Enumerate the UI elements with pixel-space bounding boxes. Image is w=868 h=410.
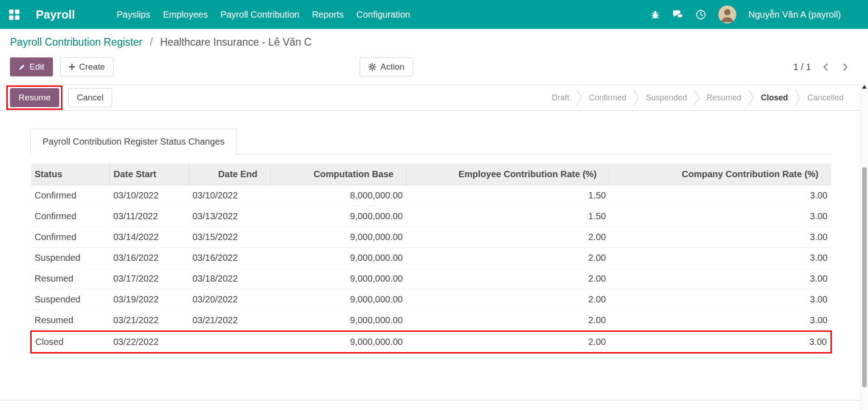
- table-row[interactable]: Confirmed03/11/202203/13/20229,000,000.0…: [31, 206, 831, 227]
- menu-item[interactable]: Employees: [157, 6, 214, 24]
- messages-icon[interactable]: [672, 9, 683, 20]
- status-pipeline-item[interactable]: Closed: [754, 89, 801, 107]
- status-pipeline-label: Confirmed: [583, 93, 633, 103]
- create-button[interactable]: Create: [60, 57, 114, 76]
- menu-item[interactable]: Payslips: [110, 6, 157, 24]
- column-header[interactable]: Employee Contribution Rate (%): [407, 164, 610, 185]
- vertical-scrollbar[interactable]: [860, 83, 868, 410]
- breadcrumb-parent-link[interactable]: Payroll Contribution Register: [10, 36, 142, 48]
- table-cell: 03/16/2022: [189, 248, 270, 269]
- table-cell: 2.00: [407, 269, 610, 289]
- form-statusbar: Resume Cancel Draft Confirmed Suspended …: [0, 85, 868, 111]
- table-cell: Suspended: [31, 289, 110, 310]
- chevron-left-icon: [823, 62, 829, 72]
- control-panel: Edit Create Action 1 / 1: [0, 52, 868, 85]
- table-cell: 8,000,000.00: [270, 185, 407, 206]
- table-row[interactable]: Closed03/22/20229,000,000.002.003.00: [31, 331, 831, 353]
- status-pipeline-label: Resumed: [700, 93, 748, 103]
- table-cell: 03/14/2022: [110, 227, 189, 248]
- user-name[interactable]: Nguyễn Văn A (payroll): [748, 9, 841, 20]
- table-cell: 3.00: [610, 206, 831, 227]
- app-brand[interactable]: Payroll: [36, 8, 75, 22]
- form-sheet: Payroll Contribution Register Status Cha…: [0, 111, 868, 358]
- table-header-row: StatusDate StartDate EndComputation Base…: [31, 164, 831, 185]
- create-button-label: Create: [79, 62, 105, 72]
- pager-next-button[interactable]: [840, 61, 850, 74]
- table-cell: 03/18/2022: [189, 269, 270, 289]
- table-row[interactable]: Suspended03/19/202203/20/20229,000,000.0…: [31, 289, 831, 310]
- table-cell: 3.00: [610, 269, 831, 289]
- tab-status-changes[interactable]: Payroll Contribution Register Status Cha…: [30, 129, 237, 155]
- column-header[interactable]: Company Contribution Rate (%): [610, 164, 831, 185]
- status-changes-table: StatusDate StartDate EndComputation Base…: [30, 164, 830, 358]
- table-cell: 3.00: [610, 227, 831, 248]
- pager: 1 / 1: [793, 61, 850, 74]
- table-cell: 03/11/2022: [110, 206, 189, 227]
- chevron-separator-icon: [693, 89, 700, 107]
- table-cell: Resumed: [31, 269, 110, 289]
- status-pipeline-item[interactable]: Cancelled: [801, 93, 850, 103]
- status-pipeline-item[interactable]: Confirmed: [583, 89, 640, 107]
- table-cell: 3.00: [610, 289, 831, 310]
- table-cell: 2.00: [407, 248, 610, 269]
- status-pipeline-label: Cancelled: [801, 93, 850, 103]
- chevron-separator-icon: [576, 89, 583, 107]
- table-cell: 9,000,000.00: [270, 310, 407, 331]
- menu-item[interactable]: Reports: [306, 6, 350, 24]
- table-cell: 03/21/2022: [110, 310, 189, 331]
- table-cell: Confirmed: [31, 206, 110, 227]
- scrollbar-thumb[interactable]: [862, 167, 867, 387]
- sheet-bottom-divider: [0, 400, 868, 401]
- table-cell: 3.00: [610, 248, 831, 269]
- breadcrumb-current: Healthcare Insurance - Lê Văn C: [160, 36, 312, 48]
- table-cell: 3.00: [610, 310, 831, 331]
- breadcrumb: Payroll Contribution Register / Healthca…: [0, 29, 868, 52]
- table-cell: 9,000,000.00: [270, 331, 407, 353]
- status-table-body: Confirmed03/10/202203/10/20228,000,000.0…: [31, 185, 831, 353]
- status-pipeline-label: Draft: [545, 93, 576, 103]
- pager-previous-button[interactable]: [821, 61, 830, 74]
- status-pipeline: Draft Confirmed Suspended Resumed Closed: [545, 89, 850, 107]
- table-cell: 3.00: [610, 185, 831, 206]
- status-pipeline-label: Suspended: [640, 93, 693, 103]
- status-pipeline-item[interactable]: Draft: [545, 89, 583, 107]
- column-header[interactable]: Date End: [189, 164, 270, 185]
- table-cell: 03/21/2022: [189, 310, 270, 331]
- resume-button[interactable]: Resume: [10, 88, 59, 107]
- apps-menu-icon[interactable]: [8, 9, 20, 21]
- table-cell: Resumed: [31, 310, 110, 331]
- pager-count: 1 / 1: [793, 62, 811, 72]
- table-row[interactable]: Suspended03/16/202203/16/20229,000,000.0…: [31, 248, 831, 269]
- edit-button[interactable]: Edit: [10, 57, 53, 76]
- action-menu-button[interactable]: Action: [360, 57, 413, 76]
- table-cell: Suspended: [31, 248, 110, 269]
- debug-bug-icon[interactable]: [650, 9, 660, 20]
- table-cell: 3.00: [610, 331, 831, 353]
- column-header[interactable]: Status: [31, 164, 110, 185]
- table-row[interactable]: Confirmed03/14/202203/15/20229,000,000.0…: [31, 227, 831, 248]
- avatar[interactable]: [718, 5, 736, 24]
- scroll-up-arrow-icon[interactable]: [862, 85, 867, 89]
- table-row[interactable]: Resumed03/17/202203/18/20229,000,000.002…: [31, 269, 831, 289]
- main-menu: PayslipsEmployeesPayroll ContributionRep…: [110, 6, 417, 24]
- menu-item[interactable]: Configuration: [350, 6, 417, 24]
- table-cell: 03/10/2022: [110, 185, 189, 206]
- status-pipeline-item[interactable]: Resumed: [700, 89, 754, 107]
- chevron-separator-icon: [633, 89, 640, 107]
- table-cell: 03/22/2022: [110, 331, 189, 353]
- action-button-label: Action: [380, 62, 404, 72]
- activities-clock-icon[interactable]: [695, 9, 707, 20]
- column-header[interactable]: Computation Base: [270, 164, 407, 185]
- status-pipeline-item[interactable]: Suspended: [640, 89, 700, 107]
- table-cell: Closed: [31, 331, 110, 353]
- chevron-right-icon: [842, 62, 848, 72]
- cancel-button[interactable]: Cancel: [68, 88, 112, 107]
- table-cell: 2.00: [407, 331, 610, 353]
- breadcrumb-separator: /: [150, 36, 152, 48]
- table-row[interactable]: Resumed03/21/202203/21/20229,000,000.002…: [31, 310, 831, 331]
- table-cell: Confirmed: [31, 185, 110, 206]
- table-row[interactable]: Confirmed03/10/202203/10/20228,000,000.0…: [31, 185, 831, 206]
- column-header[interactable]: Date Start: [110, 164, 189, 185]
- menu-item[interactable]: Payroll Contribution: [214, 6, 306, 24]
- status-pipeline-label: Closed: [754, 93, 794, 103]
